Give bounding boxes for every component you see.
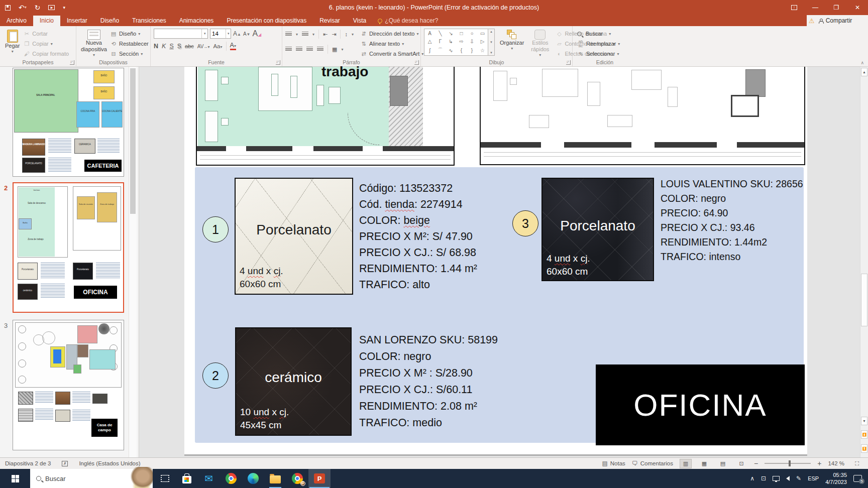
convert-smartart-button[interactable]: ⇄Convertir a SmartArt▾ [359,49,425,59]
zoom-level[interactable]: 142 % [828,460,844,466]
slide-indicator[interactable]: Diapositiva 2 de 3 [5,460,51,466]
restore-button[interactable]: ❐ [826,0,847,15]
language-indicator[interactable]: Inglés (Estados Unidos) [79,460,140,466]
product-number-badge[interactable]: 3 [512,210,538,236]
decrease-indent-icon[interactable]: ⇤ [323,31,328,38]
search-input[interactable] [45,475,111,482]
task-view-button[interactable] [154,469,176,488]
slideshow-view-icon[interactable]: ⊡ [735,459,747,468]
product-number-badge[interactable]: 2 [202,362,229,389]
shape-icon[interactable]: ⇩ [470,39,474,44]
shape-icon[interactable]: A [428,31,431,36]
mail-button[interactable]: ✉ [198,469,220,488]
input-language-indicator[interactable]: ESP [808,475,819,481]
change-case-button[interactable]: Aa▾ [213,43,222,49]
justify-icon[interactable] [317,47,323,52]
product-tile-image[interactable]: cerámico 10 und x cj. 45x45 cm [235,327,352,436]
collapse-ribbon-icon[interactable]: ∧ [860,60,864,65]
close-button[interactable]: ✕ [847,0,868,15]
align-right-icon[interactable] [306,47,313,52]
shape-icon[interactable]: ╲ [439,31,442,36]
select-button[interactable]: ⇖Seleccionar▾ [576,49,634,59]
tab-archivo[interactable]: Archivo [0,16,33,26]
clipboard-dialog-launcher[interactable]: ◿ [70,60,74,65]
zoom-in-icon[interactable]: + [817,459,821,467]
font-size-input[interactable] [210,31,226,37]
normal-view-icon[interactable]: ▥ [680,459,692,468]
microsoft-store-button[interactable] [176,469,198,488]
spell-check-icon[interactable]: ✗ [62,461,68,466]
paste-button[interactable]: Pegar▾ [3,29,22,59]
clock[interactable]: 05:35 4/7/2023 [825,471,847,486]
shape-icon[interactable]: ⌒ [438,47,443,54]
previous-slide-icon[interactable]: ⏫ [861,430,867,439]
next-slide-icon[interactable]: ⏬ [861,444,867,453]
scroll-up-icon[interactable]: ▲ [861,68,867,76]
numbering-icon[interactable] [302,32,308,37]
shape-icon[interactable]: { [461,48,462,53]
powerpoint-button[interactable]: P [308,469,331,488]
strikethrough-button[interactable]: abc [185,43,194,49]
minimize-button[interactable]: — [805,0,826,15]
shape-icon[interactable]: ▭ [480,31,485,36]
font-dialog-launcher[interactable]: ◿ [276,60,280,65]
action-center-icon[interactable]: 5 [853,475,862,482]
shape-icon[interactable]: ☆ [480,48,485,53]
shape-icon[interactable]: ⇨ [459,39,463,44]
quick-styles-button[interactable]: Estilos rápidos▾ [529,29,551,59]
shape-icon[interactable]: △ [428,39,432,44]
tab-vista[interactable]: Vista [347,16,373,26]
shape-icon[interactable]: ▷ [481,39,485,44]
fit-to-window-icon[interactable]: ⛶ [851,459,863,468]
line-spacing-icon[interactable]: ↕ [345,31,348,37]
shape-icon[interactable]: ↳ [449,39,453,44]
decrease-font-size-button[interactable]: A▼ [243,31,251,37]
tab-transiciones[interactable]: Transiciones [126,16,173,26]
tab-animaciones[interactable]: Animaciones [173,16,221,26]
tab-inicio[interactable]: Inicio [33,16,60,26]
zoom-slider-handle[interactable] [789,460,791,466]
columns-icon[interactable]: ▦ [332,46,337,53]
product-number-badge[interactable]: 1 [202,216,229,242]
slide-canvas[interactable]: trabajo [184,67,807,454]
font-name-input[interactable] [154,31,201,37]
tablet-mode-icon[interactable]: ⊡ [761,475,766,482]
shape-icon[interactable]: ∿ [449,48,453,53]
font-name-combobox[interactable]: ▾ [154,29,208,39]
tab-dise-o[interactable]: Diseño [94,16,126,26]
slide-thumbnail-2[interactable]: kitchen Sala de descanso Baño Zona de tr… [13,182,124,313]
section-button[interactable]: ⊟Sección▾ [108,49,150,59]
chrome-profile-button[interactable] [286,469,308,488]
shape-icon[interactable]: ○ [470,31,473,36]
shape-icon[interactable]: } [471,48,473,53]
reading-view-icon[interactable]: ▤ [717,459,729,468]
tab-presentaci-n-con-diapositivas[interactable]: Presentación con diapositivas [220,16,313,26]
hidden-icons-chevron[interactable]: ∧ [750,475,754,482]
slide-thumbnail-1[interactable]: SALA PRINCIPAL BAÑO BAÑO COCINA FRIA COC… [13,68,124,177]
floor-plan-right[interactable] [480,67,805,165]
edge-button[interactable] [242,469,264,488]
pen-icon[interactable]: ✎ [796,475,801,482]
notes-button[interactable]: ▤Notas [602,460,625,467]
increase-indent-icon[interactable]: ⇥ [332,31,336,38]
bold-button[interactable]: N [154,43,158,50]
comments-button[interactable]: 🗨Comentarios [632,460,673,467]
shape-icon[interactable]: ʃ [429,48,430,53]
speaker-icon[interactable] [786,476,790,481]
text-shadow-button[interactable]: S [177,43,181,50]
room-tag-label[interactable]: OFICINA [596,364,805,445]
thumbnail-scrollbar[interactable] [129,67,137,457]
activation-warning-icon[interactable]: ⚠ [809,18,815,24]
increase-font-size-button[interactable]: A▲ [233,30,241,37]
cut-button[interactable]: ✂Cortar [22,29,70,39]
clear-formatting-button[interactable]: A◢ [253,29,262,38]
slide-scrollbar[interactable]: ▲ ▼ ⏫ ⏬ [860,67,868,457]
slide-layout-button[interactable]: ▤Diseño▾ [108,29,150,39]
drawing-dialog-launcher[interactable]: ◿ [566,60,571,65]
new-slide-button[interactable]: Nueva diapositiva▾ [79,29,108,59]
text-direction-button[interactable]: ⇵Dirección del texto▾ [359,29,425,39]
arrange-button[interactable]: Organizar▾ [498,29,526,52]
shape-icon[interactable]: Γ [439,39,442,44]
font-color-button[interactable]: A▾ [230,42,236,50]
network-icon[interactable] [773,476,780,481]
